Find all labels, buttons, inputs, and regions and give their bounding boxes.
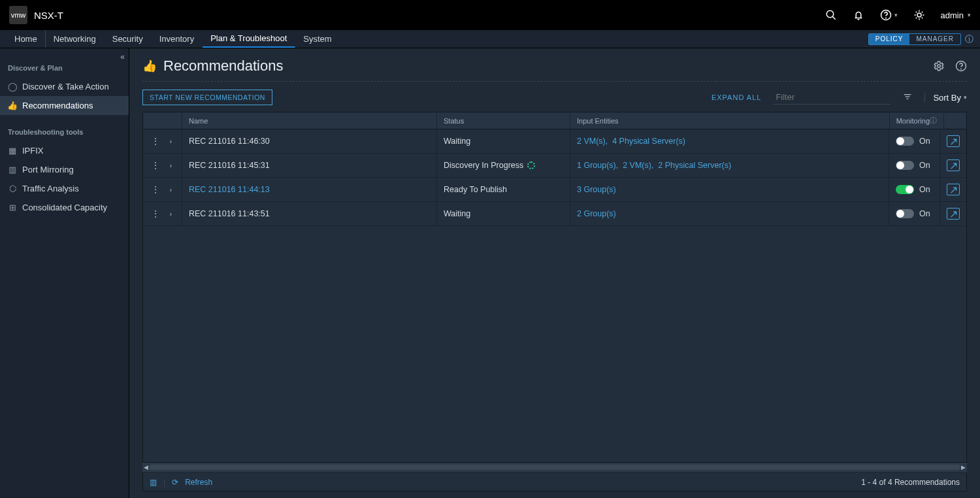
row-expand-icon[interactable]: › <box>166 161 175 169</box>
col-name[interactable]: Name <box>182 112 437 129</box>
col-entities[interactable]: Input Entities <box>570 112 890 129</box>
svg-line-13 <box>921 12 923 13</box>
col-status[interactable]: Status <box>437 112 570 129</box>
sidebar-item-label: Port Mirroring <box>22 165 74 174</box>
row-menu-icon[interactable]: ⋮ <box>150 208 161 219</box>
sidebar-section-troubleshoot: Troubleshooting tools <box>0 115 129 141</box>
monitoring-toggle[interactable] <box>896 161 914 170</box>
col-monitoring[interactable]: Monitoringⓘ <box>890 112 944 129</box>
sidebar-item-label: Discover & Take Action <box>22 82 109 91</box>
mode-switch-group: POLICY MANAGER ⓘ <box>868 33 973 45</box>
row-expand-icon[interactable]: › <box>166 137 175 145</box>
row-expand-icon[interactable]: › <box>166 210 175 218</box>
sidebar-item-label: IPFIX <box>22 146 44 156</box>
sidebar-icon: 👍 <box>8 101 17 110</box>
view-topology-icon[interactable]: ↗ <box>947 135 960 147</box>
search-icon[interactable] <box>825 9 837 21</box>
scroll-track[interactable] <box>150 465 960 470</box>
view-topology-icon[interactable]: ↗ <box>947 184 960 195</box>
expand-all-link[interactable]: EXPAND ALL <box>711 93 761 101</box>
sidebar: « Discover & Plan ◯Discover & Take Actio… <box>0 48 129 498</box>
view-topology-icon[interactable]: ↗ <box>947 159 960 171</box>
spinner-icon <box>527 161 535 169</box>
nav-tab-plan-troubleshoot[interactable]: Plan & Troubleshoot <box>203 30 295 48</box>
row-expand-icon[interactable]: › <box>166 186 175 193</box>
filter-input[interactable] <box>773 90 890 105</box>
sidebar-item-consolidated-capacity[interactable]: ⊞Consolidated Capacity <box>0 198 129 217</box>
nav-tab-inventory[interactable]: Inventory <box>152 30 203 48</box>
row-name: REC 211016 11:43:51 <box>189 209 270 218</box>
sidebar-item-recommendations[interactable]: 👍Recommendations <box>0 96 129 115</box>
mode-switch[interactable]: POLICY MANAGER <box>868 33 961 45</box>
filter-icon[interactable] <box>902 91 913 104</box>
nav-tab-home[interactable]: Home <box>7 30 46 48</box>
theme-icon[interactable] <box>913 9 925 21</box>
refresh-link[interactable]: Refresh <box>185 478 212 487</box>
sort-by-button[interactable]: Sort By ▾ <box>924 93 967 103</box>
refresh-icon[interactable]: ⟳ <box>172 478 178 487</box>
nav-tab-system[interactable]: System <box>295 30 340 48</box>
view-topology-icon[interactable]: ↗ <box>947 208 960 220</box>
table-row: ⋮›REC 211016 11:45:31Discovery In Progre… <box>143 154 966 178</box>
monitoring-toggle[interactable] <box>896 185 914 194</box>
help-menu[interactable]: ▾ <box>880 9 898 21</box>
svg-line-11 <box>921 18 923 19</box>
nav-tab-networking[interactable]: Networking <box>46 30 105 48</box>
monitoring-label: On <box>919 137 930 146</box>
row-entities-link[interactable]: 1 Group(s), 2 VM(s), 2 Physical Server(s… <box>577 161 731 170</box>
row-name[interactable]: REC 211016 11:44:13 <box>189 185 270 194</box>
chevron-down-icon: ▾ <box>894 12 898 18</box>
sidebar-icon: ▦ <box>8 146 17 156</box>
svg-point-16 <box>961 69 962 69</box>
row-status: Ready To Publish <box>437 178 570 201</box>
monitoring-label: On <box>919 161 930 170</box>
svg-line-10 <box>915 12 917 13</box>
sort-by-label: Sort By <box>933 93 961 103</box>
table-footer: ▥ | ⟳ Refresh 1 - 4 of 4 Recommendations <box>142 473 967 491</box>
main-area: 👍 Recommendations START NEW RECOMMENDATI… <box>129 48 980 498</box>
bell-icon[interactable] <box>853 9 864 21</box>
sidebar-item-ipfix[interactable]: ▦IPFIX <box>0 141 129 160</box>
toolbar: START NEW RECOMMENDATION EXPAND ALL Sort… <box>129 90 980 112</box>
row-menu-icon[interactable]: ⋮ <box>150 184 161 195</box>
scroll-right-icon[interactable]: ▶ <box>961 464 966 471</box>
row-menu-icon[interactable]: ⋮ <box>150 136 161 146</box>
sidebar-icon: ◯ <box>8 82 17 91</box>
sidebar-item-port-mirroring[interactable]: ▥Port Mirroring <box>0 160 129 179</box>
columns-icon[interactable]: ▥ <box>150 478 157 487</box>
table-row: ⋮›REC 211016 11:43:51Waiting2 Group(s)On… <box>143 202 966 226</box>
scroll-left-icon[interactable]: ◀ <box>144 464 148 471</box>
info-icon[interactable]: ⓘ <box>930 116 937 125</box>
row-name: REC 211016 11:46:30 <box>189 137 270 146</box>
topbar: vmw NSX-T ▾ admin ▾ <box>0 0 980 30</box>
start-recommendation-button[interactable]: START NEW RECOMMENDATION <box>142 90 272 105</box>
sidebar-item-label: Recommendations <box>22 101 93 110</box>
mode-manager[interactable]: MANAGER <box>909 34 960 44</box>
table-row: ⋮›REC 211016 11:46:30Waiting2 VM(s), 4 P… <box>143 129 966 154</box>
mode-policy[interactable]: POLICY <box>869 34 910 44</box>
sidebar-section-discover: Discover & Plan <box>0 51 129 77</box>
brand-logo: vmw <box>9 6 27 24</box>
chevron-down-icon: ▾ <box>968 12 971 18</box>
row-entities-link[interactable]: 2 VM(s), 4 Physical Server(s) <box>577 137 685 146</box>
svg-point-0 <box>826 10 834 18</box>
row-entities-link[interactable]: 2 Group(s) <box>577 209 616 218</box>
sidebar-item-traffic-analysis[interactable]: ⬡Traffic Analysis <box>0 179 129 198</box>
sidebar-item-label: Traffic Analysis <box>22 184 79 193</box>
settings-icon[interactable] <box>933 59 945 73</box>
sidebar-item-discover-take-action[interactable]: ◯Discover & Take Action <box>0 77 129 96</box>
collapse-sidebar-icon[interactable]: « <box>120 52 125 61</box>
monitoring-toggle[interactable] <box>896 209 914 218</box>
row-menu-icon[interactable]: ⋮ <box>150 160 161 171</box>
info-icon[interactable]: ⓘ <box>965 33 973 45</box>
row-name: REC 211016 11:45:31 <box>189 161 270 170</box>
monitoring-label: On <box>919 209 930 218</box>
nav-tab-security[interactable]: Security <box>105 30 152 48</box>
svg-point-4 <box>885 18 886 18</box>
user-menu[interactable]: admin ▾ <box>941 10 971 20</box>
monitoring-toggle[interactable] <box>896 137 914 146</box>
horizontal-scrollbar[interactable]: ◀ ▶ <box>142 463 967 472</box>
svg-point-14 <box>938 65 941 68</box>
row-entities-link[interactable]: 3 Group(s) <box>577 185 616 194</box>
help-icon[interactable] <box>955 59 967 73</box>
